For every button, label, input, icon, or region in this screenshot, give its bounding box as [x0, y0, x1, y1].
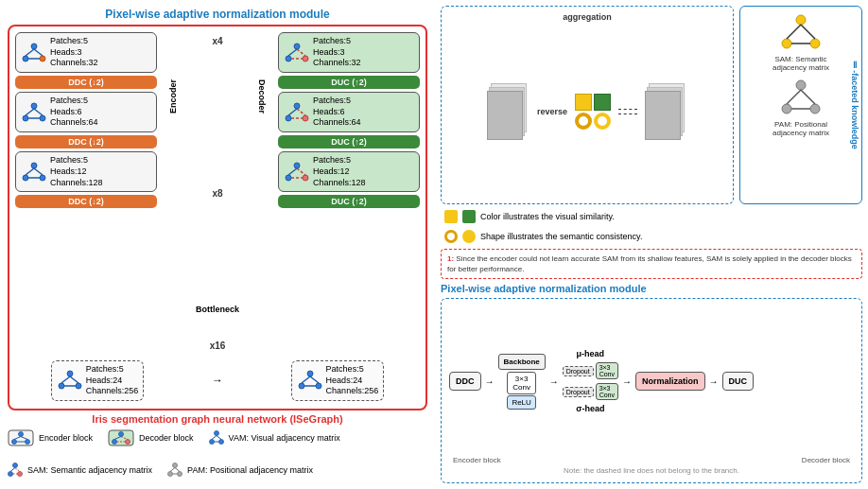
svg-point-49: [19, 432, 24, 437]
color-legend-text: Color illustrates the visual similarity.: [480, 212, 615, 221]
yellow-square: [444, 210, 458, 223]
svg-line-46: [310, 376, 319, 383]
svg-point-86: [796, 80, 806, 90]
vam-icon-dec3: [284, 161, 310, 183]
svg-line-4: [34, 49, 43, 56]
svg-line-72: [15, 468, 20, 472]
bottleneck-enc: Patches:5 Heads:24 Channels:256: [51, 360, 145, 401]
svg-point-31: [286, 175, 291, 181]
conv-sigma: 3×3Conv: [596, 383, 618, 400]
normalization-diagram: DDC → Backbone 3×3Conv ReLU → μ-head Dro…: [441, 298, 862, 483]
svg-point-30: [294, 163, 300, 168]
legend-vam: VAM: Visual adjacency matrix: [209, 428, 340, 447]
sigma-head-title: σ-head: [563, 404, 618, 413]
svg-point-37: [59, 383, 64, 389]
svg-line-15: [26, 168, 34, 175]
legend-sam: SAM: Semantic adjacency matrix: [8, 463, 152, 478]
svg-line-39: [61, 376, 70, 383]
bottleneck-enc-text: Patches:5 Heads:24 Channels:256: [86, 364, 139, 397]
encoder-block-icon: [8, 428, 34, 447]
svg-point-20: [303, 56, 308, 61]
svg-line-90: [801, 90, 815, 104]
svg-point-50: [12, 440, 17, 445]
dashed-lines: [618, 109, 637, 114]
legend-pam-label: PAM: Positional adjacency matrix: [187, 465, 313, 475]
svg-point-58: [126, 440, 130, 445]
encoder-block-bottom: Encoder block: [453, 456, 501, 464]
svg-point-87: [782, 104, 791, 114]
enc-block-3: Patches:5 Heads:12 Channels:128: [15, 151, 157, 192]
duc-1: DUC (↑2): [278, 76, 420, 89]
feature-maps-right: [645, 83, 687, 140]
svg-point-76: [178, 472, 182, 477]
svg-line-71: [10, 468, 15, 472]
x8-label: x8: [212, 188, 222, 199]
pixel-wise-title-right: Pixel-wise adaptive normalization module: [441, 283, 647, 294]
svg-line-77: [170, 468, 175, 472]
svg-line-78: [175, 468, 180, 472]
svg-point-42: [307, 371, 313, 376]
svg-line-16: [34, 168, 43, 175]
dropout-sigma: Dropout: [563, 387, 594, 397]
vam-icon-enc3: [21, 161, 47, 183]
svg-point-38: [76, 383, 81, 389]
svg-point-19: [286, 56, 291, 61]
multi-faceted-label: Ⅱ-faceted knowledge: [848, 59, 861, 151]
svg-line-83: [787, 25, 801, 39]
svg-line-65: [212, 436, 217, 440]
svg-point-56: [119, 432, 124, 437]
svg-line-34: [297, 168, 305, 175]
arrow-1: →: [485, 376, 495, 387]
sam-section: SAM: Semanticadjacency matrix: [744, 10, 858, 72]
enc-block-3-text: Patches:5 Heads:12 Channels:128: [50, 155, 103, 188]
legend-encoder-block-label: Encoder block: [39, 433, 93, 443]
note-red-box: 1: Since the encoder could not learn acc…: [441, 249, 862, 279]
conv-mu: 3×3Conv: [596, 362, 618, 379]
arrow-2: →: [549, 376, 559, 387]
enc-block-2: Patches:5 Heads:6 Channels:64: [15, 92, 157, 132]
x4-label: x4: [212, 36, 222, 46]
pam-section: PAM: Positionaladjacency matrix: [744, 76, 858, 137]
feature-maps: [487, 83, 529, 140]
duc-2: DUC (↑2): [278, 135, 420, 148]
svg-line-28: [297, 109, 305, 115]
duc-label-diag: DUC: [722, 372, 755, 391]
vam-icon-enc2: [21, 101, 47, 124]
legend-encoder-block: Encoder block: [8, 428, 93, 447]
vam-icon-enc1: [21, 42, 47, 64]
svg-point-70: [18, 472, 23, 477]
svg-point-81: [782, 39, 791, 48]
encoder-label: Encoder: [168, 79, 178, 114]
pam-visual: [773, 76, 829, 118]
arrow-3: →: [622, 376, 632, 387]
pixel-wise-title-right-row: Pixel-wise adaptive normalization module: [441, 283, 862, 294]
iris-title: Iris segmentation graph neural network (…: [8, 413, 427, 425]
ddc-3: DDC (↓2): [15, 195, 157, 208]
ddc-1: DDC (↓2): [15, 76, 157, 89]
x16-label: x16: [210, 341, 226, 351]
svg-line-40: [70, 376, 78, 383]
svg-point-51: [26, 440, 30, 445]
svg-line-10: [34, 109, 43, 115]
backbone-label: Backbone: [498, 354, 546, 370]
main-red-box: Patches:5 Heads:3 Channels:32 DDC (↓2): [8, 25, 427, 410]
svg-point-26: [303, 115, 308, 121]
vam-icon-bn-dec: [297, 369, 323, 392]
dec-block-3: Patches:5 Heads:12 Channels:128: [278, 151, 420, 192]
dec-block-1-text: Patches:5 Heads:3 Channels:32: [313, 36, 361, 69]
sigma-row: Dropout 3×3Conv: [563, 383, 618, 400]
vam-icon-bn-enc: [57, 369, 83, 392]
legend-sam-label: SAM: Semantic adjacency matrix: [27, 465, 152, 475]
color-squares: [575, 94, 611, 130]
svg-point-24: [294, 103, 300, 109]
mu-sigma-col: μ-head Dropout 3×3Conv Dropout 3×3Conv σ…: [563, 349, 618, 413]
note-number: 1:: [447, 254, 454, 263]
ddc-label-diag: DDC: [449, 372, 481, 391]
green-square: [462, 210, 476, 223]
legend-decoder-block-label: Decoder block: [139, 433, 194, 443]
decoder-block-icon: [108, 428, 134, 447]
ddc-2: DDC (↓2): [15, 135, 157, 148]
svg-point-18: [294, 44, 300, 49]
svg-point-12: [31, 163, 37, 168]
sam-label: SAM: Semanticadjacency matrix: [773, 55, 829, 72]
